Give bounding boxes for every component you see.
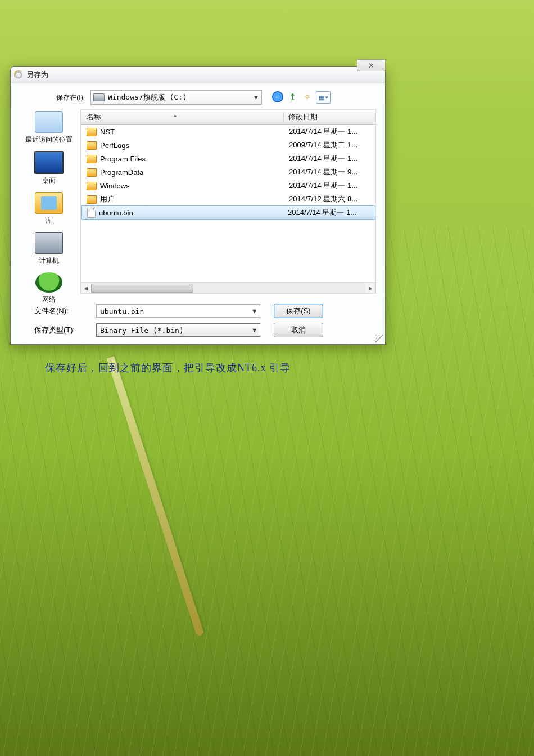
cancel-button[interactable]: 取消	[274, 323, 323, 338]
file-list[interactable]: NST2014/7/14 星期一 1... PerfLogs2009/7/14 …	[80, 125, 376, 283]
column-name[interactable]: 名称	[81, 112, 283, 122]
file-date: 2014/7/14 星期一 1...	[284, 181, 366, 191]
place-library[interactable]: 库	[17, 192, 80, 226]
disc-icon	[14, 70, 23, 79]
file-name: Windows	[100, 182, 284, 190]
filetype-label: 保存类型(T):	[34, 325, 96, 335]
back-icon[interactable]: ←	[272, 91, 283, 102]
titlebar[interactable]: 另存为 ✕	[11, 67, 385, 83]
filename-label: 文件名(N):	[34, 306, 96, 316]
library-icon	[35, 192, 63, 214]
file-icon	[87, 208, 96, 218]
desktop-icon	[34, 151, 64, 174]
wallpaper-wheat	[107, 356, 205, 637]
close-button[interactable]: ✕	[357, 59, 386, 71]
filename-input[interactable]: ubuntu.bin ▼	[96, 304, 260, 318]
save-as-dialog: 另存为 ✕ 保存在(I): Windows7旗舰版 (C:) ▼ ← ↥ ✧ ▦…	[10, 66, 386, 345]
view-menu-icon[interactable]: ▦	[316, 91, 331, 104]
file-date: 2014/7/12 星期六 8...	[284, 194, 366, 204]
places-sidebar: 最近访问的位置桌面库计算机网络	[17, 109, 80, 297]
new-folder-icon[interactable]: ✧	[301, 91, 313, 102]
save-button[interactable]: 保存(S)	[274, 304, 323, 318]
filetype-value: Binary File (*.bin)	[100, 326, 184, 335]
save-in-label: 保存在(I):	[17, 93, 90, 102]
column-date[interactable]: 修改日期	[283, 112, 367, 122]
filetype-combo[interactable]: Binary File (*.bin) ▼	[96, 323, 260, 337]
place-label: 网络	[42, 295, 56, 304]
instruction-caption: 保存好后，回到之前的界面，把引导改成NT6.x 引导	[45, 361, 291, 375]
chevron-down-icon: ▼	[253, 94, 259, 101]
place-computer[interactable]: 计算机	[17, 232, 80, 266]
file-row[interactable]: PerfLogs2009/7/14 星期二 1...	[81, 138, 375, 152]
file-row[interactable]: NST2014/7/14 星期一 1...	[81, 125, 375, 138]
place-label: 计算机	[39, 256, 59, 266]
horizontal-scrollbar[interactable]: ◄ ►	[80, 283, 376, 294]
file-name: 用户	[100, 194, 284, 204]
folder-icon	[87, 155, 97, 163]
file-date: 2014/7/14 星期一 9...	[284, 167, 366, 177]
folder-icon	[87, 168, 97, 177]
file-name: Program Files	[100, 155, 284, 163]
network-icon	[35, 272, 62, 292]
file-name: PerfLogs	[100, 141, 284, 150]
scroll-right-icon[interactable]: ►	[365, 285, 375, 291]
file-date: 2014/7/14 星期一 1...	[283, 208, 366, 218]
place-recent[interactable]: 最近访问的位置	[17, 111, 80, 145]
place-label: 桌面	[42, 176, 56, 186]
scroll-track[interactable]	[91, 283, 365, 293]
folder-icon	[87, 195, 97, 204]
drive-icon	[93, 93, 105, 101]
file-name: ubuntu.bin	[99, 209, 283, 217]
file-date: 2014/7/14 星期一 1...	[284, 154, 366, 164]
place-desktop[interactable]: 桌面	[17, 151, 80, 186]
file-row[interactable]: Program Files2014/7/14 星期一 1...	[81, 152, 375, 165]
filename-value: ubuntu.bin	[100, 307, 144, 316]
file-name: NST	[100, 128, 284, 136]
save-in-value: Windows7旗舰版 (C:)	[108, 92, 253, 102]
folder-icon	[87, 128, 97, 136]
save-in-combo[interactable]: Windows7旗舰版 (C:) ▼	[90, 90, 262, 105]
resize-grip-icon[interactable]	[375, 335, 383, 343]
scroll-left-icon[interactable]: ◄	[81, 285, 91, 291]
column-headers[interactable]: 名称 修改日期	[80, 109, 376, 125]
recent-icon	[35, 111, 63, 133]
place-label: 最近访问的位置	[25, 135, 73, 145]
computer-icon	[35, 232, 63, 254]
place-label: 库	[46, 216, 52, 226]
close-icon: ✕	[368, 61, 374, 70]
file-row[interactable]: 用户2014/7/12 星期六 8...	[81, 192, 375, 206]
file-row[interactable]: ProgramData2014/7/14 星期一 9...	[81, 165, 375, 179]
file-row[interactable]: Windows2014/7/14 星期一 1...	[81, 179, 375, 192]
file-name: ProgramData	[100, 168, 284, 177]
scroll-thumb[interactable]	[91, 284, 193, 292]
place-network[interactable]: 网络	[17, 272, 80, 304]
up-one-level-icon[interactable]: ↥	[287, 91, 298, 102]
file-date: 2014/7/14 星期一 1...	[284, 127, 366, 137]
file-date: 2009/7/14 星期二 1...	[284, 140, 366, 150]
folder-icon	[87, 141, 97, 150]
chevron-down-icon: ▼	[252, 308, 256, 315]
folder-icon	[87, 182, 97, 190]
file-row[interactable]: ubuntu.bin2014/7/14 星期一 1...	[81, 205, 375, 220]
dialog-title: 另存为	[26, 70, 48, 80]
chevron-down-icon: ▼	[252, 327, 256, 334]
